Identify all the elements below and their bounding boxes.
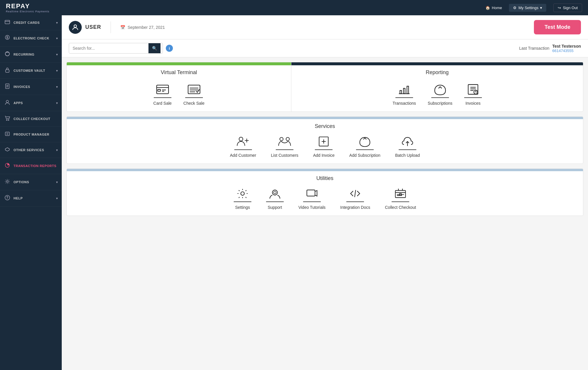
signout-link[interactable]: ↪ Sign Out <box>553 4 582 12</box>
sidebar-item-product-manager[interactable]: Product Manager <box>0 127 62 142</box>
check-sale-label: Check Sale <box>183 101 205 106</box>
reporting-title: Reporting <box>291 65 583 79</box>
settings-item[interactable]: Settings <box>234 187 251 210</box>
credit-cards-icon <box>4 20 11 25</box>
transactions-label: Transactions <box>392 101 416 106</box>
sidebar-label-customer-vault: Customer Vault <box>14 69 53 72</box>
batch-upload-icon <box>399 135 416 150</box>
chevron-down-icon-electronic-check: ▾ <box>56 37 58 40</box>
top-nav-right: 🏠 Home ⚙ My Settings ▾ ↪ Sign Out <box>485 4 582 12</box>
check-sale-item[interactable]: Check Sale <box>183 83 205 106</box>
settings-link[interactable]: ⚙ My Settings ▾ <box>509 4 546 12</box>
add-customer-icon <box>234 135 252 150</box>
add-subscription-label: Add Subscription <box>349 153 380 158</box>
sidebar-label-help: Help <box>14 196 53 200</box>
date-label: September 27, 2021 <box>128 25 165 30</box>
search-input[interactable] <box>69 44 148 53</box>
vt-icons: Card Sale <box>67 79 291 111</box>
video-tutorials-label: Video Tutorials <box>298 205 325 210</box>
calendar-icon: 📅 <box>120 25 125 30</box>
collect-checkout-item[interactable]: Collect Checkout <box>385 187 416 210</box>
svg-rect-0 <box>5 20 10 24</box>
sidebar-item-other-services[interactable]: Other Services▾ <box>0 142 62 158</box>
svg-point-51 <box>274 191 276 194</box>
home-icon: 🏠 <box>485 6 490 10</box>
other-services-icon <box>4 147 11 153</box>
video-tutorials-item[interactable]: Video Tutorials <box>298 187 325 210</box>
customer-vault-icon <box>4 67 11 74</box>
apps-icon <box>4 100 11 106</box>
electronic-check-icon: $ <box>4 35 11 41</box>
sidebar-item-credit-cards[interactable]: Credit Cards▾ <box>0 15 62 30</box>
sidebar-item-transaction-reports[interactable]: Transaction Reports <box>0 158 62 174</box>
add-customer-item[interactable]: Add Customer <box>230 135 256 158</box>
sidebar-item-options[interactable]: Options▾ <box>0 174 62 190</box>
svg-rect-22 <box>158 89 160 91</box>
subscriptions-item[interactable]: Subscriptions <box>428 83 452 106</box>
info-icon[interactable]: i <box>166 45 173 52</box>
product-manager-icon <box>4 131 11 137</box>
content: USER 📅 September 27, 2021 Test Mode 🔍 i … <box>62 15 588 370</box>
invoices-item[interactable]: Invoices <box>464 83 482 106</box>
sidebar-item-help[interactable]: ?Help▾ <box>0 190 62 206</box>
collect-checkout-icon <box>392 187 409 202</box>
services-icons: Add Customer L <box>67 132 583 164</box>
svg-point-44 <box>286 137 289 141</box>
svg-marker-15 <box>5 148 9 151</box>
sidebar-label-product-manager: Product Manager <box>14 133 58 136</box>
svg-rect-4 <box>6 70 9 72</box>
utilities-header-bar <box>67 169 583 171</box>
chevron-down-icon-help: ▾ <box>56 197 58 200</box>
reporting-header-bar <box>291 62 583 65</box>
collect-checkout-label: Collect Checkout <box>385 205 416 210</box>
settings-label: Settings <box>235 205 250 210</box>
chevron-down-icon-invoices: ▾ <box>56 85 58 89</box>
svg-text:?: ? <box>6 196 9 200</box>
integration-docs-item[interactable]: Integration Docs <box>340 187 370 210</box>
svg-point-19 <box>74 25 77 27</box>
utilities-icons: Settings Support <box>67 184 583 216</box>
sidebar-item-invoices[interactable]: Invoices▾ <box>0 79 62 95</box>
header-divider <box>111 21 111 33</box>
services-title: Services <box>67 119 583 132</box>
subscriptions-icon-box <box>431 83 449 98</box>
svg-rect-30 <box>400 91 402 94</box>
sidebar-item-collect-checkout[interactable]: Collect Checkout <box>0 111 62 127</box>
add-invoice-item[interactable]: Add Invoice <box>313 135 335 158</box>
add-customer-label: Add Customer <box>230 153 256 158</box>
avatar <box>69 21 82 34</box>
sidebar-label-options: Options <box>14 180 53 184</box>
card-sale-item[interactable]: Card Sale <box>153 83 172 106</box>
home-link[interactable]: 🏠 Home <box>485 6 502 10</box>
top-nav: REPAY Realtime Electronic Payments 🏠 Hom… <box>0 0 588 15</box>
add-invoice-label: Add Invoice <box>313 153 335 158</box>
svg-rect-25 <box>188 85 200 94</box>
sidebar-item-recurring[interactable]: Recurring▾ <box>0 46 62 63</box>
main-layout: Credit Cards▾$Electronic Check▾Recurring… <box>0 15 588 370</box>
search-button[interactable]: 🔍 <box>148 43 161 53</box>
utilities-title: Utilities <box>67 171 583 184</box>
collect-checkout-icon <box>4 116 11 122</box>
sidebar: Credit Cards▾$Electronic Check▾Recurring… <box>0 15 62 370</box>
transactions-icon-box <box>395 83 413 98</box>
sidebar-item-electronic-check[interactable]: $Electronic Check▾ <box>0 30 62 46</box>
logo-sub: Realtime Electronic Payments <box>6 10 49 13</box>
list-customers-item[interactable]: List Customers <box>271 135 298 158</box>
add-subscription-item[interactable]: Add Subscription <box>349 135 380 158</box>
svg-rect-31 <box>403 88 405 94</box>
user-name: USER <box>85 24 101 30</box>
transactions-item[interactable]: Transactions <box>392 83 416 106</box>
svg-rect-54 <box>395 191 406 198</box>
svg-rect-12 <box>5 132 9 136</box>
services-panel: Services Add Customer <box>66 116 583 164</box>
sidebar-item-customer-vault[interactable]: Customer Vault▾ <box>0 63 62 79</box>
sidebar-item-apps[interactable]: Apps▾ <box>0 95 62 111</box>
test-mode-button[interactable]: Test Mode <box>534 20 581 34</box>
sidebar-label-collect-checkout: Collect Checkout <box>14 117 58 121</box>
invoices-icon <box>4 84 11 90</box>
user-info: USER 📅 September 27, 2021 <box>69 21 165 34</box>
batch-upload-item[interactable]: Batch Upload <box>395 135 420 158</box>
content-header: USER 📅 September 27, 2021 Test Mode <box>62 15 588 39</box>
support-item[interactable]: Support <box>266 187 284 210</box>
add-subscription-icon <box>356 135 374 150</box>
